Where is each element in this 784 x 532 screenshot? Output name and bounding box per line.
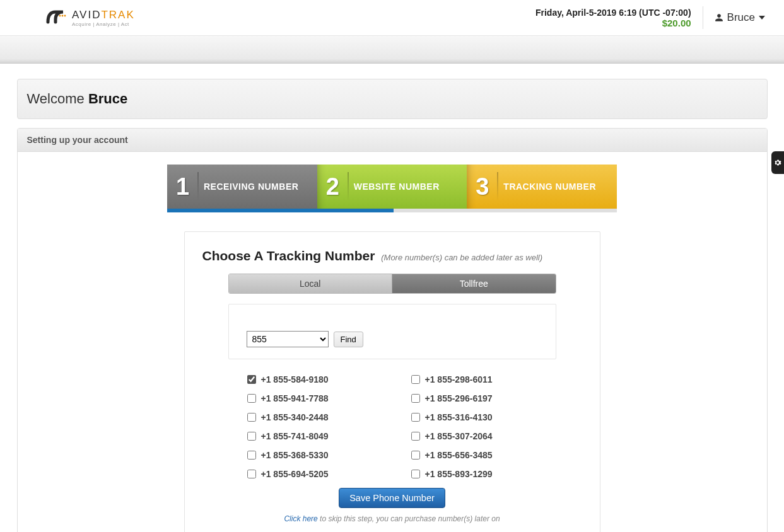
user-menu[interactable]: Bruce [715,11,765,24]
number-option[interactable]: +1 855-296-6197 [411,393,537,403]
number-checkbox[interactable] [247,375,256,384]
number-checkbox[interactable] [247,451,256,460]
number-list: +1 855-584-9180+1 855-298-6011+1 855-941… [247,374,537,479]
card-subtitle: (More number(s) can be added later as we… [381,253,542,262]
number-label: +1 855-316-4130 [425,412,493,422]
setup-steps: 1 RECEIVING NUMBER 2 WEBSITE NUMBER 3 TR… [167,165,617,209]
step-label: RECEIVING NUMBER [204,182,298,192]
gear-icon [774,159,781,166]
step-receiving-number[interactable]: 1 RECEIVING NUMBER [167,165,317,209]
number-checkbox[interactable] [411,432,420,441]
number-label: +1 855-298-6011 [425,374,493,385]
step-number: 1 [176,173,190,200]
number-option[interactable]: +1 855-340-2448 [247,412,373,422]
user-icon [715,13,723,22]
number-checkbox[interactable] [411,375,420,384]
number-checkbox[interactable] [411,451,420,460]
number-label: +1 855-656-3485 [425,450,493,460]
number-type-tabs: Local Tollfree [228,274,556,294]
number-option[interactable]: +1 855-893-1299 [411,469,537,479]
brand-tagline: Acquire | Analyze | Act [72,21,135,27]
welcome-panel: Welcome Bruce [17,79,768,119]
number-checkbox[interactable] [247,432,256,441]
step-number: 3 [476,173,489,200]
number-label: +1 855-368-5330 [261,450,329,460]
svg-point-0 [59,15,61,17]
save-phone-button[interactable]: Save Phone Number [339,488,445,508]
card-title: Choose A Tracking Number [202,248,375,263]
tab-tollfree[interactable]: Tollfree [392,274,556,293]
step-label: TRACKING NUMBER [503,182,596,192]
brand-text-primary: AVID [72,9,101,21]
skip-step-text: Click here to skip this step, you can pu… [202,514,582,523]
number-checkbox[interactable] [411,413,420,422]
datetime-text: Friday, April-5-2019 6:19 (UTC -07:00) [535,8,691,18]
divider [703,6,703,29]
number-option[interactable]: +1 855-741-8049 [247,431,373,441]
welcome-prefix: Welcome [27,91,88,107]
brand-text-secondary: TRAK [101,9,134,21]
step-website-number[interactable]: 2 WEBSITE NUMBER [317,165,467,209]
number-checkbox[interactable] [247,413,256,422]
steps-progress-bar [167,209,617,212]
number-label: +1 855-584-9180 [261,374,329,385]
tab-local[interactable]: Local [229,274,393,293]
prefix-select[interactable]: 855 [247,331,329,347]
number-option[interactable]: +1 855-368-5330 [247,450,373,460]
number-label: +1 855-893-1299 [425,469,493,479]
svg-point-1 [62,15,64,17]
number-option[interactable]: +1 855-584-9180 [247,374,373,385]
logo[interactable]: AVIDTRAK Acquire | Analyze | Act [44,7,135,28]
setup-panel: Setting up your account 1 RECEIVING NUMB… [17,128,768,532]
floating-widget-tab[interactable] [771,151,784,174]
number-checkbox[interactable] [247,394,256,403]
number-label: +1 855-340-2448 [261,412,329,422]
number-option[interactable]: +1 855-307-2064 [411,431,537,441]
top-bar: AVIDTRAK Acquire | Analyze | Act Friday,… [0,0,784,36]
step-label: WEBSITE NUMBER [354,182,440,192]
logo-icon [44,7,69,28]
skip-link[interactable]: Click here [284,514,317,523]
skip-suffix: to skip this step, you can purchase numb… [318,514,500,523]
step-number: 2 [326,173,340,200]
number-option[interactable]: +1 855-694-5205 [247,469,373,479]
number-label: +1 855-307-2064 [425,431,493,441]
welcome-username: Bruce [88,91,127,107]
number-label: +1 855-694-5205 [261,469,329,479]
svg-point-2 [64,15,66,17]
number-checkbox[interactable] [411,394,420,403]
header-gradient-strip [0,36,784,64]
number-option[interactable]: +1 855-316-4130 [411,412,537,422]
balance-text: $20.00 [535,18,691,28]
number-option[interactable]: +1 855-656-3485 [411,450,537,460]
tracking-number-card: Choose A Tracking Number (More number(s)… [184,231,600,532]
number-label: +1 855-741-8049 [261,431,329,441]
chevron-down-icon [759,16,765,20]
number-checkbox[interactable] [247,470,256,478]
number-option[interactable]: +1 855-941-7788 [247,393,373,403]
number-checkbox[interactable] [411,470,420,478]
number-label: +1 855-296-6197 [425,393,493,403]
user-name: Bruce [727,11,755,24]
setup-heading: Setting up your account [18,129,767,152]
top-right: Friday, April-5-2019 6:19 (UTC -07:00) $… [535,6,765,29]
prefix-search-box: 855 Find [228,304,556,359]
find-button[interactable]: Find [334,332,363,347]
number-label: +1 855-941-7788 [261,393,329,403]
number-option[interactable]: +1 855-298-6011 [411,374,537,385]
step-tracking-number[interactable]: 3 TRACKING NUMBER [467,165,617,209]
